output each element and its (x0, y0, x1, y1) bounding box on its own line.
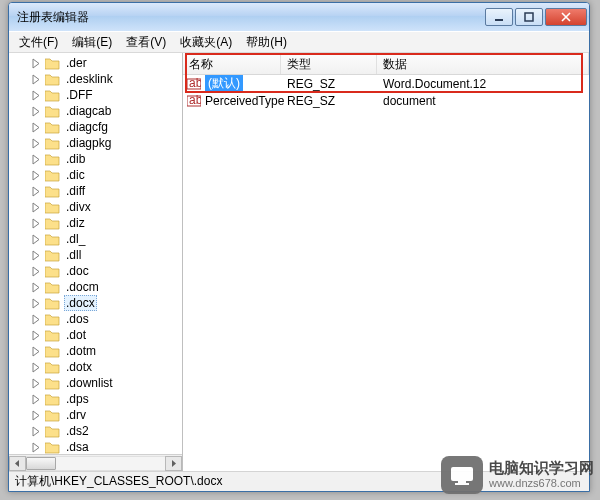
expand-icon[interactable] (31, 394, 42, 405)
tree-item[interactable]: .dot (9, 327, 182, 343)
menu-help[interactable]: 帮助(H) (240, 32, 293, 53)
expand-icon[interactable] (31, 154, 42, 165)
tree-item[interactable]: .desklink (9, 71, 182, 87)
expand-icon[interactable] (31, 410, 42, 421)
tree-item[interactable]: .doc (9, 263, 182, 279)
minimize-button[interactable] (485, 8, 513, 26)
value-name: PerceivedType (205, 94, 284, 108)
titlebar[interactable]: 注册表编辑器 (9, 3, 589, 31)
tree-item-label: .diz (64, 216, 87, 230)
expand-icon[interactable] (31, 202, 42, 213)
tree-item-label: .dos (64, 312, 91, 326)
column-type[interactable]: 类型 (281, 53, 377, 74)
tree-item[interactable]: .dl_ (9, 231, 182, 247)
menubar: 文件(F) 编辑(E) 查看(V) 收藏夹(A) 帮助(H) (9, 31, 589, 53)
tree-item-label: .desklink (64, 72, 115, 86)
value-row[interactable]: abPerceivedTypeREG_SZdocument (183, 92, 589, 109)
expand-icon[interactable] (31, 330, 42, 341)
tree-item-label: .diff (64, 184, 87, 198)
tree-item[interactable]: .diagcfg (9, 119, 182, 135)
menu-favorites[interactable]: 收藏夹(A) (174, 32, 238, 53)
value-pane: 名称 类型 数据 ab(默认)REG_SZWord.Document.12abP… (183, 53, 589, 471)
expand-icon[interactable] (31, 90, 42, 101)
expand-icon[interactable] (31, 234, 42, 245)
tree-item[interactable]: .dsa (9, 439, 182, 454)
folder-icon (45, 281, 60, 294)
expand-icon[interactable] (31, 442, 42, 453)
tree-item[interactable]: .dotx (9, 359, 182, 375)
expand-icon[interactable] (31, 346, 42, 357)
expand-icon[interactable] (31, 58, 42, 69)
scroll-right-button[interactable] (165, 456, 182, 471)
tree-item[interactable]: .dib (9, 151, 182, 167)
tree-item[interactable]: .diff (9, 183, 182, 199)
expand-icon[interactable] (31, 282, 42, 293)
expand-icon[interactable] (31, 250, 42, 261)
tree-item[interactable]: .diagcab (9, 103, 182, 119)
menu-file[interactable]: 文件(F) (13, 32, 64, 53)
value-type: REG_SZ (281, 94, 377, 108)
folder-icon (45, 217, 60, 230)
tree-item[interactable]: .DFF (9, 87, 182, 103)
close-button[interactable] (545, 8, 587, 26)
scroll-left-button[interactable] (9, 456, 26, 471)
tree-item[interactable]: .dps (9, 391, 182, 407)
tree-item-label: .diagpkg (64, 136, 113, 150)
value-type: REG_SZ (281, 77, 377, 91)
tree-item-label: .der (64, 56, 89, 70)
key-tree[interactable]: .der.desklink.DFF.diagcab.diagcfg.diagpk… (9, 53, 182, 454)
watermark-url: www.dnzs678.com (489, 477, 594, 490)
column-name[interactable]: 名称 (183, 53, 281, 74)
column-headers: 名称 类型 数据 (183, 53, 589, 75)
tree-item[interactable]: .dll (9, 247, 182, 263)
value-data: Word.Document.12 (377, 77, 589, 91)
tree-item[interactable]: .downlist (9, 375, 182, 391)
folder-icon (45, 153, 60, 166)
tree-item-label: .DFF (64, 88, 95, 102)
expand-icon[interactable] (31, 138, 42, 149)
tree-item[interactable]: .drv (9, 407, 182, 423)
tree-item[interactable]: .dotm (9, 343, 182, 359)
tree-item[interactable]: .diagpkg (9, 135, 182, 151)
folder-icon (45, 233, 60, 246)
scroll-thumb[interactable] (26, 457, 56, 470)
scroll-track[interactable] (26, 456, 165, 471)
folder-icon (45, 121, 60, 134)
tree-item[interactable]: .dos (9, 311, 182, 327)
svg-rect-1 (525, 13, 533, 21)
maximize-button[interactable] (515, 8, 543, 26)
expand-icon[interactable] (31, 122, 42, 133)
tree-item-label: .dot (64, 328, 88, 342)
expand-icon[interactable] (31, 298, 42, 309)
folder-icon (45, 393, 60, 406)
expand-icon[interactable] (31, 218, 42, 229)
window-title: 注册表编辑器 (17, 9, 483, 26)
value-row[interactable]: ab(默认)REG_SZWord.Document.12 (183, 75, 589, 92)
column-data[interactable]: 数据 (377, 53, 589, 74)
folder-icon (45, 57, 60, 70)
expand-icon[interactable] (31, 426, 42, 437)
expand-icon[interactable] (31, 106, 42, 117)
tree-item[interactable]: .der (9, 55, 182, 71)
menu-view[interactable]: 查看(V) (120, 32, 172, 53)
tree-item[interactable]: .dic (9, 167, 182, 183)
folder-icon (45, 105, 60, 118)
expand-icon[interactable] (31, 170, 42, 181)
tree-item[interactable]: .docm (9, 279, 182, 295)
menu-edit[interactable]: 编辑(E) (66, 32, 118, 53)
expand-icon[interactable] (31, 266, 42, 277)
tree-item[interactable]: .divx (9, 199, 182, 215)
expand-icon[interactable] (31, 378, 42, 389)
folder-icon (45, 201, 60, 214)
expand-icon[interactable] (31, 186, 42, 197)
expand-icon[interactable] (31, 74, 42, 85)
expand-icon[interactable] (31, 314, 42, 325)
tree-item-label: .doc (64, 264, 91, 278)
tree-item[interactable]: .docx (9, 295, 182, 311)
folder-icon (45, 297, 60, 310)
tree-item[interactable]: .diz (9, 215, 182, 231)
expand-icon[interactable] (31, 362, 42, 373)
tree-item[interactable]: .ds2 (9, 423, 182, 439)
tree-horizontal-scrollbar[interactable] (9, 454, 182, 471)
value-list[interactable]: ab(默认)REG_SZWord.Document.12abPerceivedT… (183, 75, 589, 471)
